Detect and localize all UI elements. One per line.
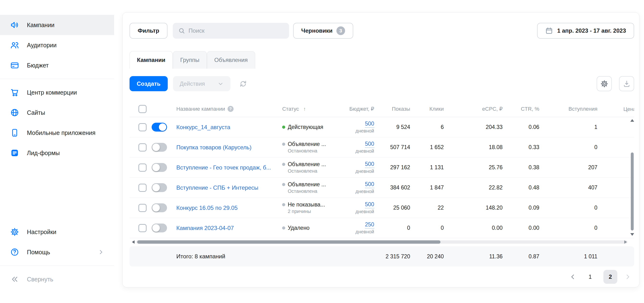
joins-value: 0 — [541, 137, 599, 157]
column-header-ecpc[interactable]: eCPC, ₽ — [446, 101, 505, 117]
tab-campaigns[interactable]: Кампании — [130, 51, 173, 69]
status-text: Объявление ... — [288, 181, 326, 188]
sidebar-item-label: Сайты — [27, 109, 45, 116]
column-header-ctr[interactable]: CTR, % — [505, 101, 542, 117]
table-row: Кампания 2023-04-07 Удалено 250дневной 0… — [130, 218, 634, 238]
sidebar-item-campaigns[interactable]: Кампании — [0, 15, 114, 35]
campaign-name-link[interactable]: Покупка товаров (Карусель) — [176, 144, 252, 151]
tab-groups[interactable]: Группы — [173, 51, 207, 69]
ecpc-value: 0.00 — [446, 218, 505, 238]
next-page-button[interactable] — [624, 273, 632, 281]
tab-ads[interactable]: Объявления — [207, 51, 255, 69]
vertical-scrollbar-thumb[interactable] — [631, 152, 634, 231]
actions-dropdown-label: Действия — [180, 80, 205, 87]
budget-link[interactable]: 500 — [365, 121, 374, 128]
sidebar-collapse-button[interactable]: Свернуть — [0, 269, 114, 289]
sidebar-item-settings[interactable]: Настройки — [0, 222, 114, 242]
scroll-left-arrow[interactable] — [132, 240, 134, 244]
campaign-name-link[interactable]: Конкурс 16.05 по 29.05 — [176, 205, 238, 211]
search-input[interactable] — [189, 27, 284, 34]
column-header-name[interactable]: Название кампании — [176, 106, 225, 112]
double-chevron-left-icon — [10, 275, 19, 284]
refresh-button[interactable] — [236, 76, 251, 91]
scroll-right-arrow[interactable] — [624, 240, 627, 244]
top-bar: Фильтр Черновики 3 1 апр. 2023 - 17 авг.… — [130, 23, 634, 39]
column-header-shows[interactable]: Показы — [376, 101, 412, 117]
budget-link[interactable]: 250 — [365, 221, 374, 229]
budget-link[interactable]: 500 — [365, 161, 374, 168]
table-row: Конкурс_14_августа Действующая 500дневно… — [130, 117, 634, 137]
budget-link[interactable]: 500 — [365, 141, 374, 148]
row-checkbox[interactable] — [138, 164, 146, 172]
totals-clicks: 20 240 — [412, 253, 446, 260]
status-text: Не показыва... — [288, 201, 325, 208]
help-icon[interactable]: ? — [228, 106, 234, 112]
previous-page-button[interactable] — [569, 273, 577, 281]
select-all-checkbox[interactable] — [138, 105, 146, 113]
campaign-name-link[interactable]: Конкурс_14_августа — [176, 124, 230, 131]
actions-dropdown[interactable]: Действия — [173, 76, 230, 91]
column-header-clicks[interactable]: Клики — [412, 101, 446, 117]
table-totals-row: Итого: 8 кампаний 2 315 720 20 240 11.36… — [130, 246, 634, 267]
date-range-button[interactable]: 1 апр. 2023 - 17 авг. 2023 — [537, 23, 634, 39]
ctr-value: 0.09 — [505, 198, 542, 218]
campaigns-table: Название кампании ? Статус ↑ Бюджет, ₽ П… — [130, 101, 634, 238]
column-header-joins[interactable]: Вступления — [541, 101, 599, 117]
column-header-status[interactable]: Статус — [282, 106, 299, 112]
table-body: Конкурс_14_августа Действующая 500дневно… — [130, 117, 634, 238]
drafts-button[interactable]: Черновики 3 — [293, 23, 353, 39]
campaign-toggle[interactable] — [152, 203, 167, 212]
sidebar-item-audiences[interactable]: Аудитории — [0, 35, 114, 55]
sidebar-item-lead-forms[interactable]: Лид-формы — [0, 143, 114, 163]
calendar-icon — [545, 27, 553, 34]
joins-value: 407 — [541, 178, 599, 198]
shows-value: 25 060 — [376, 198, 412, 218]
row-checkbox[interactable] — [138, 143, 146, 151]
ecpc-value: 18.08 — [446, 137, 505, 157]
campaign-name-link[interactable]: Вступление - Гео точек продаж, б... — [176, 164, 271, 171]
scroll-down-arrow[interactable] — [630, 233, 634, 236]
export-button[interactable] — [619, 76, 634, 91]
sidebar-item-mobile-apps[interactable]: Мобильные приложения — [0, 123, 114, 143]
sidebar-item-help[interactable]: Помощь — [0, 242, 114, 262]
row-checkbox[interactable] — [138, 123, 146, 131]
tab-bar: Кампании Группы Объявления — [130, 51, 255, 69]
clicks-value: 0 — [412, 218, 446, 238]
table-toolbar: Создать Действия — [130, 76, 634, 91]
column-header-budget[interactable]: Бюджет, ₽ — [350, 106, 374, 112]
form-icon — [10, 148, 19, 158]
budget-link[interactable]: 500 — [365, 201, 374, 208]
create-button[interactable]: Создать — [130, 76, 168, 91]
globe-icon — [10, 108, 19, 117]
campaign-toggle[interactable] — [152, 143, 167, 152]
horizontal-scrollbar-thumb[interactable] — [137, 240, 440, 244]
sidebar-item-commerce-center[interactable]: Центр коммерции — [0, 82, 114, 102]
column-header-result-price[interactable]: Цена результата — [623, 106, 634, 112]
status-text: Объявление ... — [288, 161, 326, 168]
campaign-name-link[interactable]: Кампания 2023-04-07 — [176, 225, 234, 232]
budget-period: дневной — [356, 209, 374, 214]
status-subtext: Остановлена — [288, 168, 317, 174]
scroll-up-arrow[interactable] — [630, 119, 634, 122]
campaign-name-link[interactable]: Вступление - СПБ + Интересы — [176, 184, 258, 191]
sidebar-item-sites[interactable]: Сайты — [0, 102, 114, 123]
budget-period: дневной — [356, 169, 374, 174]
row-checkbox[interactable] — [138, 184, 146, 192]
campaign-toggle[interactable] — [152, 163, 167, 172]
sort-arrow-icon[interactable]: ↑ — [303, 106, 306, 112]
campaign-toggle[interactable] — [152, 183, 167, 192]
campaign-toggle[interactable] — [152, 224, 167, 232]
budget-period: дневной — [356, 229, 374, 235]
row-checkbox[interactable] — [138, 204, 146, 212]
campaign-toggle[interactable] — [152, 123, 167, 132]
table-settings-button[interactable] — [597, 76, 612, 91]
wallet-icon — [10, 61, 19, 70]
row-checkbox[interactable] — [138, 224, 146, 232]
filter-button[interactable]: Фильтр — [130, 23, 168, 39]
page-button-2[interactable]: 2 — [604, 270, 617, 284]
joins-value: 0 — [541, 218, 599, 238]
sidebar-item-budget[interactable]: Бюджет — [0, 55, 114, 75]
clicks-value: 1 652 — [412, 137, 446, 157]
page-button-1[interactable]: 1 — [583, 270, 597, 284]
budget-link[interactable]: 500 — [365, 181, 374, 188]
